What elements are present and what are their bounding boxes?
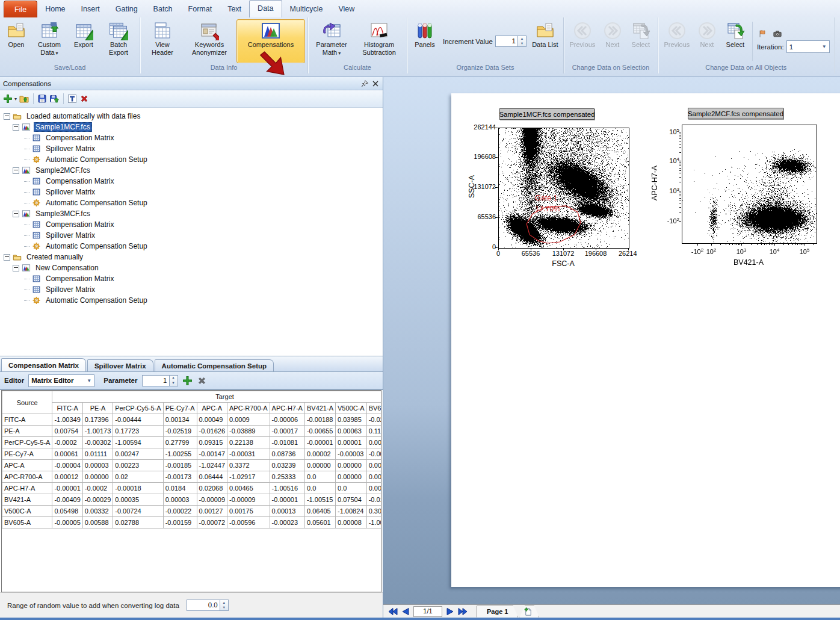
matrix-cell[interactable]: 0.00003: [82, 460, 113, 471]
matrix-cell[interactable]: 0.00012: [52, 471, 82, 483]
matrix-cell[interactable]: -1.00173: [82, 426, 113, 437]
tree-expander-icon[interactable]: [4, 254, 10, 261]
tree-expander-icon[interactable]: [13, 265, 19, 271]
matrix-cell[interactable]: 0.11606: [366, 426, 381, 437]
ribbon-tab-view[interactable]: View: [330, 1, 362, 17]
tree-item-sample3mcf-fcs[interactable]: Sample3MCF.fcs: [0, 208, 383, 219]
add-parameter-button[interactable]: [182, 376, 193, 386]
tree-item-sample1mcf-fcs[interactable]: Sample1MCF.fcs: [0, 122, 383, 132]
matrix-cell[interactable]: 0.00000: [304, 460, 335, 471]
ribbon-tab-batch[interactable]: Batch: [146, 1, 181, 17]
matrix-cell[interactable]: 0.02068: [197, 483, 227, 494]
matrix-cell[interactable]: -0.00409: [52, 494, 82, 506]
matrix-cell[interactable]: -0.02519: [163, 426, 197, 437]
matrix-cell[interactable]: 0.30397: [366, 506, 381, 517]
matrix-cell[interactable]: 0.09315: [197, 437, 227, 448]
matrix-cell[interactable]: 0.00000: [366, 471, 381, 483]
matrix-cell[interactable]: -1.00108: [366, 517, 381, 529]
spin-up-icon[interactable]: ▲: [518, 36, 526, 42]
tree-item-created-manually[interactable]: Created manually: [0, 252, 383, 262]
matrix-cell[interactable]: 0.00332: [82, 506, 113, 517]
tree-item-sample2mcf-fcs[interactable]: Sample2MCF.fcs: [0, 165, 383, 176]
camera-icon[interactable]: [773, 29, 782, 38]
tree-item-compensation-matrix[interactable]: Compensation Matrix: [0, 219, 383, 230]
matrix-cell[interactable]: 0.00001: [335, 437, 366, 448]
matrix-cell[interactable]: -1.02447: [197, 460, 227, 471]
spin-up-icon[interactable]: ▲: [170, 376, 178, 381]
tree-expander-icon[interactable]: [13, 124, 19, 131]
matrix-cell[interactable]: 0.00000: [366, 483, 381, 494]
spin-down-icon[interactable]: ▼: [220, 606, 228, 611]
save-button[interactable]: [37, 94, 48, 104]
matrix-cell[interactable]: 0.00008: [335, 517, 366, 529]
matrix-cell[interactable]: -1.00349: [52, 414, 82, 426]
tree-expander-icon[interactable]: [4, 113, 10, 120]
next-page-button[interactable]: [445, 607, 455, 616]
batch-export-button[interactable]: Batch Export: [100, 19, 137, 63]
ribbon-tab-insert[interactable]: Insert: [73, 1, 108, 17]
tree-item-loaded-automatically-with-data-files[interactable]: Loaded automatically with data files: [0, 111, 383, 122]
matrix-cell[interactable]: 0.00008: [366, 437, 381, 448]
matrix-cell[interactable]: -1.02917: [227, 471, 270, 483]
matrix-cell[interactable]: -0.03889: [227, 426, 270, 437]
matrix-cell[interactable]: -0.0002: [82, 483, 113, 494]
tree-item-automatic-compensation-setup[interactable]: Automatic Compensation Setup: [0, 197, 383, 208]
matrix-cell[interactable]: -1.00824: [335, 506, 366, 517]
tree-item-automatic-compensation-setup[interactable]: Automatic Compensation Setup: [0, 241, 383, 252]
matrix-cell[interactable]: 0.00002: [304, 448, 335, 460]
ribbon-tab-multicycle[interactable]: Multicycle: [282, 1, 331, 17]
matrix-cell[interactable]: 0.00035: [113, 494, 163, 506]
matrix-cell[interactable]: -0.01081: [270, 437, 304, 448]
matrix-cell[interactable]: -0.00655: [304, 426, 335, 437]
matrix-cell[interactable]: 0.00134: [163, 414, 197, 426]
matrix-cell[interactable]: 0.3372: [227, 460, 270, 471]
matrix-cell[interactable]: -0.00173: [163, 471, 197, 483]
tab-page-1[interactable]: Page 1: [477, 606, 518, 618]
export-button[interactable]: Export: [69, 19, 99, 63]
rename-button[interactable]: [67, 94, 78, 104]
matrix-cell[interactable]: 0.01111: [82, 448, 113, 460]
matrix-cell[interactable]: 0.27799: [163, 437, 197, 448]
matrix-cell[interactable]: 0.0: [304, 483, 335, 494]
matrix-cell[interactable]: -0.00006: [270, 414, 304, 426]
compensations-button[interactable]: Compensations: [236, 19, 305, 63]
matrix-cell[interactable]: -0.00023: [270, 517, 304, 529]
matrix-cell[interactable]: 0.00013: [270, 506, 304, 517]
matrix-cell[interactable]: 0.0: [304, 471, 335, 483]
matrix-cell[interactable]: 0.00754: [52, 426, 82, 437]
matrix-cell[interactable]: -0.01626: [197, 426, 227, 437]
iteration-combo[interactable]: 1▼: [786, 40, 830, 53]
matrix-cell[interactable]: 0.0009: [227, 414, 270, 426]
custom-data-button[interactable]: Custom Data: [31, 19, 67, 63]
matrix-cell[interactable]: -0.00031: [227, 448, 270, 460]
matrix-cell[interactable]: -0.01584: [366, 494, 381, 506]
tree-expander-icon[interactable]: [13, 167, 19, 174]
tree-item-spillover-matrix[interactable]: Spillover Matrix: [0, 143, 383, 154]
matrix-cell[interactable]: -0.00724: [113, 506, 163, 517]
tree-item-compensation-matrix[interactable]: Compensation Matrix: [0, 273, 383, 284]
spin-down-icon[interactable]: ▼: [170, 380, 178, 386]
select-button[interactable]: Select: [721, 19, 750, 63]
matrix-cell[interactable]: -0.00018: [113, 483, 163, 494]
matrix-cell[interactable]: 0.00000: [335, 460, 366, 471]
increment-value-spinner[interactable]: 1▲▼: [495, 36, 527, 47]
matrix-cell[interactable]: -0.00009: [197, 494, 227, 506]
keywords-anonymizer-button[interactable]: Keywords Anonymizer: [184, 19, 235, 63]
matrix-cell[interactable]: -1.00516: [270, 483, 304, 494]
matrix-cell[interactable]: 0.00588: [82, 517, 113, 529]
close-icon[interactable]: [371, 79, 380, 88]
matrix-cell[interactable]: -0.02374: [366, 414, 381, 426]
matrix-cell[interactable]: -0.00072: [197, 517, 227, 529]
pin-icon[interactable]: [360, 79, 369, 88]
matrix-cell[interactable]: 0.00003: [163, 494, 197, 506]
matrix-cell[interactable]: 0.02: [113, 471, 163, 483]
matrix-cell[interactable]: -0.00022: [163, 506, 197, 517]
last-page-button[interactable]: [458, 607, 468, 616]
tree-item-spillover-matrix[interactable]: Spillover Matrix: [0, 187, 383, 197]
matrix-cell[interactable]: 0.06444: [197, 471, 227, 483]
add-dropdown-caret[interactable]: ▾: [14, 96, 17, 102]
plot-area[interactable]: [682, 125, 817, 244]
gate-label[interactable]: Gate 117.70%: [535, 193, 560, 214]
remove-parameter-button[interactable]: [197, 376, 207, 386]
ribbon-tab-format[interactable]: Format: [181, 1, 220, 17]
